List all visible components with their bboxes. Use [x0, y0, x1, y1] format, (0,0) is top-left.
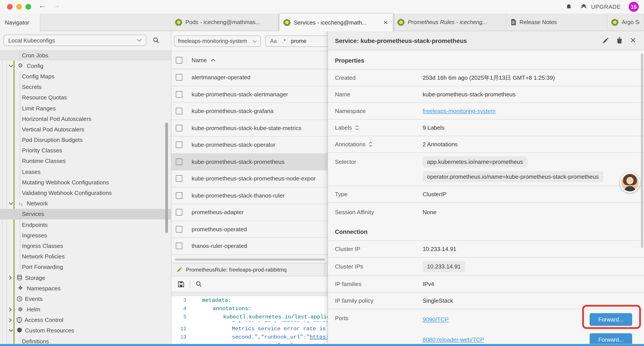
sidebar-item-limit-ranges[interactable]: Limit Ranges: [0, 103, 171, 113]
avatar[interactable]: [620, 173, 640, 193]
row-checkbox[interactable]: [176, 108, 182, 114]
namespace-select[interactable]: freeleaps-monitoring-system: [174, 35, 261, 47]
sidebar-item-validating-webhook-configurations[interactable]: Validating Webhook Configurations: [0, 188, 171, 198]
upgrade-button[interactable]: UPGRADE: [580, 3, 621, 10]
window-close-light[interactable]: [7, 4, 13, 10]
edit-pencil-icon[interactable]: [602, 37, 609, 44]
namespace-link[interactable]: freeleaps-monitoring-system: [422, 108, 496, 114]
tab-argo-se[interactable]: ☸Argo Se: [607, 13, 644, 31]
back-arrow-icon[interactable]: ←: [38, 1, 46, 10]
table-row-prometheus-operated[interactable]: prometheus-operated: [172, 221, 328, 238]
expand-toggle-icon[interactable]: [355, 125, 359, 130]
row-checkbox[interactable]: [176, 142, 182, 148]
sidebar-item-network-policies[interactable]: Network Policies: [0, 251, 171, 262]
port-link[interactable]: 8080:reloader-web/TCP: [422, 336, 484, 343]
sidebar-item-definitions[interactable]: Definitions: [0, 336, 171, 344]
table-row-alertmanager-operated[interactable]: alertmanager-operated: [172, 69, 328, 86]
notification-count-badge[interactable]: 15: [629, 2, 639, 12]
detail-value: kube-prometheus-stack-prometheus: [422, 91, 637, 98]
sidebar-item-config[interactable]: ⚙Config: [0, 60, 171, 71]
detail-row-ip-family-policy: IP family policySingleStack: [328, 292, 644, 309]
tab-prometheus-rules-icecheng[interactable]: ☸Prometheus Rules - icecheng...: [393, 13, 506, 31]
sidebar-item-namespaces[interactable]: ❖Namespaces: [0, 283, 171, 294]
forward-arrow-icon[interactable]: →: [52, 1, 60, 10]
row-checkbox[interactable]: [176, 175, 182, 182]
network-arrows-icon: ↑↓: [17, 200, 24, 207]
table-row-kube-prometheus-stack-prometheus-node-expor[interactable]: kube-prometheus-stack-prometheus-node-ex…: [172, 170, 328, 187]
yaml-editor[interactable]: 3metadata:4annotations:5kubectl.kubernet…: [172, 296, 328, 344]
sidebar-item-port-forwarding[interactable]: Port Forwarding: [0, 262, 171, 272]
trash-icon[interactable]: [616, 37, 622, 44]
sidebar-item-resource-quotas[interactable]: Resource Quotas: [0, 92, 171, 103]
sidebar-item-cron-jobs[interactable]: Cron Jobs: [0, 50, 171, 60]
row-checkbox[interactable]: [176, 226, 182, 233]
tab-services-icecheng-math[interactable]: ☸Services - icecheng@math...✕: [279, 13, 393, 31]
table-row-thanos-ruler-operated[interactable]: thanos-ruler-operated: [172, 238, 328, 255]
dock-tab-prometheusrule[interactable]: PrometheusRule: freeleaps-prod-rabbitmq: [172, 263, 324, 276]
sidebar-item-network[interactable]: ↑↓Network: [0, 198, 171, 209]
table-row-kube-prometheus-stack-kube-state-metrics[interactable]: kube-prometheus-stack-kube-state-metrics: [172, 120, 328, 137]
window-zoom-light[interactable]: [26, 4, 31, 10]
row-checkbox[interactable]: [176, 192, 182, 199]
row-checkbox[interactable]: [176, 74, 182, 81]
row-checkbox[interactable]: [176, 91, 182, 98]
bell-icon[interactable]: [566, 3, 572, 10]
forward-button[interactable]: Forward...: [590, 333, 632, 344]
sidebar-item-storage[interactable]: Storage: [0, 272, 171, 283]
sidebar-item-priority-classes[interactable]: Priority Classes: [0, 145, 171, 156]
column-header-name[interactable]: Name: [192, 57, 216, 63]
dock-tab-partial[interactable]: [324, 263, 328, 276]
row-checkbox[interactable]: [176, 209, 182, 216]
forward-button[interactable]: Forward...: [590, 313, 632, 326]
match-case-toggle[interactable]: Aa: [270, 38, 277, 44]
tab-pods-icecheng-mathmas[interactable]: ☸Pods - icecheng@mathmas...: [171, 13, 279, 31]
port-link[interactable]: 9090/TCP: [422, 316, 449, 323]
sidebar-item-ingresses[interactable]: Ingresses: [0, 230, 171, 240]
list-search-input[interactable]: Aa .* prome: [265, 35, 328, 47]
sidebar-item-config-maps[interactable]: Config Maps: [0, 71, 171, 82]
table-row-prometheus-adapter[interactable]: prometheus-adapter: [172, 204, 328, 221]
service-name: kube-prometheus-stack-alertmanager: [192, 91, 288, 98]
table-row-kube-prometheus-stack-alertmanager[interactable]: kube-prometheus-stack-alertmanager: [172, 86, 328, 103]
regex-toggle[interactable]: .*: [282, 38, 286, 44]
table-row-kube-prometheus-stack-prometheus[interactable]: kube-prometheus-stack-prometheus: [172, 153, 328, 170]
expand-toggle-icon[interactable]: [368, 141, 372, 147]
sidebar-item-services[interactable]: Services: [0, 209, 171, 219]
sidebar-item-secrets[interactable]: Secrets: [0, 82, 171, 92]
sidebar-search-icon[interactable]: [152, 37, 160, 44]
editor-search-icon[interactable]: [196, 281, 202, 287]
sidebar-item-events[interactable]: Events: [0, 294, 171, 304]
sidebar-item-custom-resources[interactable]: Custom Resources: [0, 326, 171, 336]
select-all-checkbox[interactable]: [176, 57, 182, 63]
detail-row-session-affinity: Session AffinityNone: [328, 202, 644, 222]
detail-label: Created: [335, 74, 422, 81]
kubeconfig-select[interactable]: Local Kubeconfigs: [4, 34, 146, 46]
sidebar-item-pod-disruption-budgets[interactable]: Pod Disruption Budgets: [0, 135, 171, 145]
sidebar-item-horizontal-pod-autoscalers[interactable]: Horizontal Pod Autoscalers: [0, 113, 171, 124]
close-icon[interactable]: ✕: [630, 37, 636, 44]
horizontal-scrollbar[interactable]: [175, 258, 325, 261]
sidebar-item-endpoints[interactable]: Endpoints: [0, 219, 171, 230]
window-minimize-light[interactable]: [16, 4, 22, 10]
sidebar-scrollbar[interactable]: [165, 123, 168, 233]
table-header: Name: [172, 51, 328, 69]
sidebar-item-runtime-classes[interactable]: Runtime Classes: [0, 156, 171, 166]
table-row-kube-prometheus-stack-operator[interactable]: kube-prometheus-stack-operator: [172, 137, 328, 153]
sidebar-item-leases[interactable]: Leases: [0, 166, 171, 177]
drawer-scrollbar[interactable]: [641, 53, 643, 248]
save-icon[interactable]: [178, 281, 184, 288]
sidebar-item-ingress-classes[interactable]: Ingress Classes: [0, 241, 171, 251]
sidebar-item-vertical-pod-autoscalers[interactable]: Vertical Pod Autoscalers: [0, 124, 171, 135]
close-tab-icon[interactable]: ✕: [382, 19, 389, 26]
row-checkbox[interactable]: [176, 125, 182, 131]
sidebar-item-helm[interactable]: ☸Helm: [0, 304, 171, 315]
editor-line-5: 5kubectl.kubernetes.io/last-applied-con: [172, 313, 328, 321]
sidebar-item-mutating-webhook-configurations[interactable]: Mutating Webhook Configurations: [0, 177, 171, 188]
table-row-kube-prometheus-stack-thanos-ruler[interactable]: kube-prometheus-stack-thanos-ruler: [172, 187, 328, 204]
tab-navigator[interactable]: Navigator: [0, 13, 40, 31]
tab-release-notes[interactable]: Release Notes: [506, 13, 607, 31]
table-row-kube-prometheus-stack-grafana[interactable]: kube-prometheus-stack-grafana: [172, 103, 328, 120]
row-checkbox[interactable]: [176, 159, 182, 165]
row-checkbox[interactable]: [176, 243, 182, 249]
sidebar-item-access-control[interactable]: Access Control: [0, 315, 171, 325]
